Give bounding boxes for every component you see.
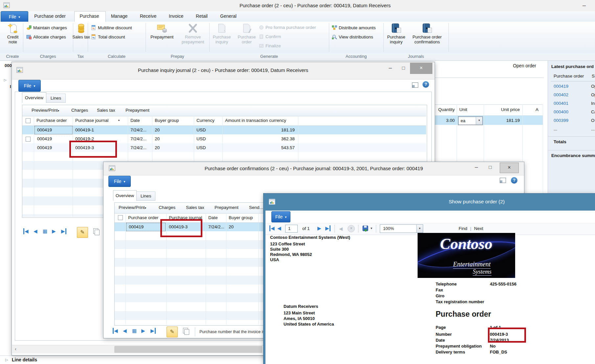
file-menu-button[interactable]: File▾ [1, 11, 28, 22]
credit-note-button[interactable]: Credit note [3, 23, 23, 44]
send-menu[interactable]: Send... [249, 205, 263, 210]
charges-menu[interactable]: Charges [71, 108, 88, 113]
distribute-amounts-button[interactable]: Distribute amounts [332, 25, 376, 30]
minimize-button[interactable]: – [578, 1, 591, 10]
nav-first-icon[interactable]: ◀ [113, 328, 118, 334]
tab-retail[interactable]: Retail [196, 13, 208, 19]
prepayment-button[interactable]: Prepayment [147, 23, 177, 39]
page-prev-icon[interactable]: ◀ [277, 225, 281, 231]
factbox-link-po[interactable]: 000400 [554, 109, 568, 114]
scrollbar-thumb[interactable] [114, 346, 262, 353]
maximize-button[interactable]: □ [485, 163, 495, 171]
file-menu-button[interactable]: File▾ [18, 80, 41, 92]
select-all-checkbox[interactable] [26, 118, 31, 123]
cell-currency[interactable]: USD [196, 145, 206, 150]
cell-currency[interactable]: USD [196, 127, 206, 132]
sales-tax-menu[interactable]: Sales tax [97, 108, 115, 113]
minimize-button[interactable]: – [385, 64, 396, 72]
nav-next-icon[interactable]: ▶ [141, 328, 145, 334]
cell-currency[interactable]: USD [196, 136, 206, 141]
col-purchase-journal[interactable]: Purchase journal [75, 118, 108, 123]
report-titlebar[interactable]: Show purchase order (2) [263, 193, 595, 211]
charges-menu[interactable]: Charges [159, 205, 175, 210]
tab-lines[interactable]: Lines [46, 94, 66, 103]
factbox-section-totals[interactable]: Totals [554, 139, 566, 144]
cell-amount[interactable]: 181.19 [222, 127, 295, 132]
tab-general[interactable]: General [220, 13, 237, 19]
sales-tax-button[interactable]: Sales tax [72, 23, 90, 39]
nav-first-icon[interactable]: ◀ [23, 228, 29, 234]
cell-date[interactable]: 7/24/2... [130, 145, 147, 150]
cell-buyer[interactable]: 20 [155, 145, 160, 150]
tab-purchase[interactable]: Purchase [80, 13, 99, 19]
cell-buyer[interactable]: 20 [155, 136, 160, 141]
expander-icon[interactable]: ▷ [4, 78, 7, 82]
journal-po-confirmations-button[interactable]: Purchase order confirmations [409, 23, 445, 44]
col-date[interactable]: Date [208, 215, 218, 220]
cell-po[interactable]: 000419 [37, 145, 52, 150]
nav-next-icon[interactable]: ▶ [52, 228, 56, 234]
export-save-icon[interactable] [362, 225, 369, 232]
factbox-section-encumbrance[interactable]: Encumbrance summ [551, 153, 595, 158]
col-date[interactable]: Date [130, 118, 140, 123]
col-purchase-order[interactable]: Purchase order [128, 215, 158, 220]
zoom-combobox[interactable]: 100% ▾ [380, 224, 423, 233]
factbox-link-po[interactable]: 000419 [554, 84, 568, 89]
view-distributions-button[interactable]: View distributions [332, 34, 373, 39]
cell-journal[interactable]: 000419-1 [75, 127, 94, 132]
inquiry-titlebar[interactable]: Purchase inquiry journal (2 - ceu) - Pur… [12, 62, 435, 80]
cell-po[interactable]: 000419 [129, 224, 144, 229]
sales-tax-menu[interactable]: Sales tax [186, 205, 204, 210]
cell-amount[interactable]: 362.38 [222, 136, 295, 141]
tab-overview[interactable]: Overview [22, 92, 46, 103]
copy-icon[interactable] [183, 328, 188, 333]
close-button[interactable]: × [410, 63, 432, 74]
cell-buyer[interactable]: 20 [229, 224, 234, 229]
unit-combobox[interactable]: ea ▾ [458, 117, 483, 125]
row-checkbox[interactable] [26, 137, 31, 142]
tab-manage[interactable]: Manage [111, 13, 128, 19]
factbox-link-po[interactable]: 000402 [554, 92, 568, 97]
combo-caret-icon[interactable]: ▾ [416, 225, 423, 233]
prepayment-menu[interactable]: Prepayment [215, 205, 239, 210]
nav-last-icon[interactable]: ▶ [61, 228, 66, 234]
close-button[interactable]: × [500, 163, 519, 173]
tab-lines[interactable]: Lines [136, 192, 155, 201]
page-number-input[interactable]: 1 [285, 225, 298, 233]
total-discount-button[interactable]: % Total discount [91, 34, 125, 39]
nav-prev-icon[interactable]: ◀ [123, 328, 127, 334]
file-menu-button[interactable]: File▾ [271, 211, 290, 222]
factbox-more[interactable]: ... [554, 126, 557, 131]
next-link[interactable]: Next [474, 226, 483, 231]
col-amount[interactable]: Amount in transaction currency [225, 118, 286, 123]
tab-purchase-order[interactable]: Purchase order [34, 13, 66, 19]
factbox-link-po[interactable]: 000401 [554, 101, 568, 106]
combo-caret-icon[interactable]: ▾ [476, 117, 482, 125]
allocate-charges-button[interactable]: Allocate charges [26, 34, 66, 39]
cell-buyer[interactable]: 20 [155, 127, 160, 132]
copy-icon[interactable] [93, 228, 98, 234]
cell-date[interactable]: 7/24/2... [130, 136, 147, 141]
select-all-checkbox[interactable] [118, 215, 123, 220]
page-next-icon[interactable]: ▶ [317, 225, 321, 231]
nav-prev-icon[interactable]: ◀ [34, 228, 37, 234]
prepayment-menu[interactable]: Prepayment [126, 108, 149, 113]
help-icon[interactable]: ? [423, 81, 429, 88]
preview-print-menu[interactable]: Preview/Print▾ [32, 108, 59, 113]
page-first-icon[interactable]: ◀ [269, 225, 275, 231]
help-icon[interactable]: ? [511, 177, 517, 184]
cell-date[interactable]: 7/24/2... [130, 127, 147, 132]
nav-grid-icon[interactable]: ▦ [132, 328, 137, 334]
export-caret-icon[interactable]: ▾ [371, 226, 372, 230]
cell-date[interactable]: 7/24/2... [208, 224, 224, 229]
nav-grid-icon[interactable]: ▦ [43, 228, 47, 234]
col-currency[interactable]: Currency [196, 118, 215, 123]
multiline-discount-button[interactable]: % Multiline discount [91, 25, 132, 30]
col-purchase-order[interactable]: Purchase order [36, 118, 67, 123]
journal-purchase-inquiry-button[interactable]: Purchase inquiry [384, 23, 408, 44]
expander-icon[interactable]: ▷ [5, 358, 8, 362]
nav-last-icon[interactable]: ▶ [150, 328, 156, 334]
factbox-more[interactable]: ... [591, 126, 595, 131]
tab-invoice[interactable]: Invoice [169, 13, 183, 19]
factbox-link-po[interactable]: 000399 [554, 118, 568, 123]
